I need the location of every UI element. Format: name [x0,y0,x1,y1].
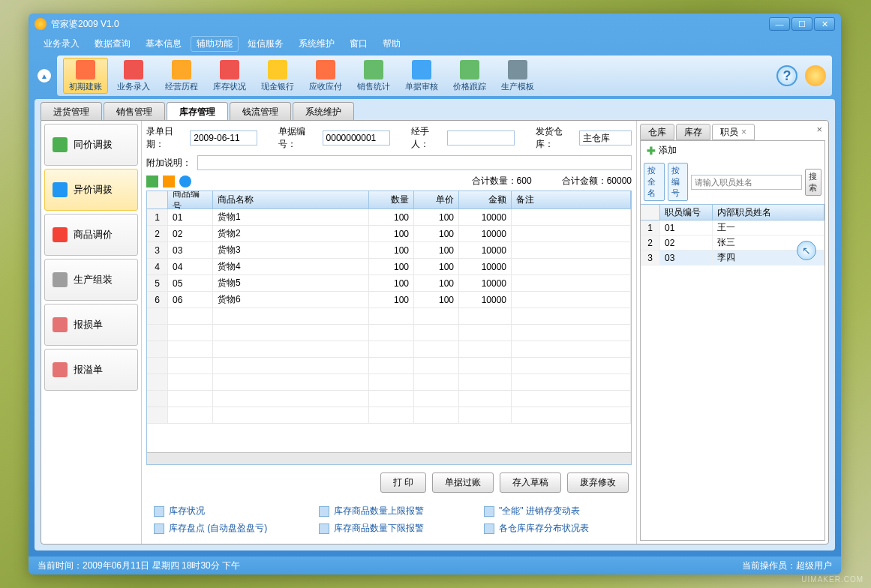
search-go-button[interactable]: 搜索 [805,169,821,196]
staff-grid-body[interactable]: 101王一202张三303李四 [641,220,824,540]
sidebar-item-2[interactable]: 商品调价 [44,214,138,256]
search-by-fullname-button[interactable]: 按全名 [644,163,665,201]
table-row-empty[interactable] [147,308,631,325]
toolbar-button-0[interactable]: 初期建账 [63,58,108,94]
web-icon[interactable] [805,65,826,86]
table-row-empty[interactable] [147,325,631,341]
staff-row[interactable]: 101王一 [641,220,824,236]
report-link-1[interactable]: 库存商品数量上限报警 [319,505,454,518]
table-row-empty[interactable] [147,391,631,407]
sidebar-item-0[interactable]: 同价调拨 [44,124,138,166]
right-tab-1[interactable]: 库存 [676,124,710,140]
menu-item-4[interactable]: 短信服务 [242,36,290,52]
main-tab-2[interactable]: 库存管理 [167,102,228,120]
menu-item-3[interactable]: 辅助功能 [191,36,239,52]
toolbar-button-9[interactable]: 生产模板 [495,58,540,94]
right-tab-0[interactable]: 仓库 [640,124,674,140]
tab-close-icon[interactable]: × [741,127,746,137]
menu-item-5[interactable]: 系统维护 [293,36,341,52]
staff-grid-header-0[interactable] [641,205,660,220]
report-link-3[interactable]: 库存盘点 (自动盘盈盘亏) [154,522,289,535]
toolbar-button-7[interactable]: 单据审核 [399,58,444,94]
toolbar-button-3[interactable]: 库存状况 [207,58,252,94]
goods-picker-icon[interactable] [146,176,158,188]
plus-icon: ✚ [647,145,656,157]
table-row-empty[interactable] [147,358,631,374]
grid-header-0[interactable] [147,191,168,208]
warehouse-picker-icon[interactable] [163,176,175,188]
sidebar-item-5[interactable]: 报溢单 [44,349,138,391]
main-tab-0[interactable]: 进货管理 [41,102,102,120]
grid-header-3[interactable]: 数量 [369,191,414,208]
table-row[interactable]: 303货物310010010000 [147,242,631,259]
toolbar-button-5[interactable]: 应收应付 [303,58,348,94]
sidebar-item-4[interactable]: 报损单 [44,304,138,346]
grid-header-5[interactable]: 金额 [459,191,512,208]
toolbar-button-6[interactable]: 销售统计 [351,58,396,94]
report-link-2[interactable]: "全能" 进销存变动表 [484,505,619,518]
search-by-code-button[interactable]: 按编号 [668,163,689,201]
close-button[interactable]: ✕ [814,17,835,31]
grid-body[interactable]: 101货物110010010000202货物210010010000303货物3… [147,209,631,452]
note-input[interactable] [197,155,632,170]
action-button-0[interactable]: 打 印 [380,472,426,493]
table-row[interactable]: 202货物210010010000 [147,226,631,242]
menu-item-2[interactable]: 基本信息 [140,36,188,52]
add-button[interactable]: ✚ 添加 [641,141,824,160]
table-row-empty[interactable] [147,374,631,391]
menu-item-0[interactable]: 业务录入 [38,36,86,52]
minimize-button[interactable]: — [769,17,790,31]
grid-scrollbar[interactable] [147,452,631,464]
table-row[interactable]: 505货物510010010000 [147,275,631,292]
scroll-up-icon[interactable]: ↖ [797,241,816,260]
table-row[interactable]: 404货物410010010000 [147,259,631,275]
action-button-2[interactable]: 存入草稿 [500,472,561,493]
maximize-button[interactable]: ☐ [791,17,812,31]
toolbar: 初期建账业务录入经营历程库存状况现金银行应收应付销售统计单据审核价格跟踪生产模板… [57,56,832,96]
menu-item-6[interactable]: 窗口 [344,36,374,52]
action-button-1[interactable]: 单据过账 [432,472,494,493]
table-row[interactable]: 606货物610010010000 [147,292,631,308]
main-tab-4[interactable]: 系统维护 [293,102,354,120]
warehouse-input[interactable] [579,130,632,146]
sidebar-item-1[interactable]: 异价调拨 [44,169,138,211]
docno-input[interactable] [323,130,390,146]
handler-input[interactable] [447,130,515,146]
staff-grid-header-2[interactable]: 内部职员姓名 [713,205,824,220]
right-panel: 仓库库存职员 ×× ✚ 添加 按全名 按编号 搜索 职员编号内部职员姓名 101… [636,121,828,544]
date-input[interactable] [190,130,257,146]
person-picker-icon[interactable] [179,176,191,188]
table-row-empty[interactable] [147,407,631,424]
toolbar-button-1[interactable]: 业务录入 [111,58,156,94]
docno-label: 单据编号： [278,125,316,151]
table-row[interactable]: 101货物110010010000 [147,209,631,226]
staff-search-input[interactable] [691,175,802,190]
grid-header-1[interactable]: 商品编号 [168,191,213,208]
toolbar-collapse-button[interactable]: ▲ [38,69,51,82]
toolbar-icon [268,60,287,80]
titlebar[interactable]: 管家婆2009 V1.0 — ☐ ✕ [29,14,841,34]
toolbar-button-2[interactable]: 经营历程 [159,58,204,94]
table-row-empty[interactable] [147,341,631,358]
right-tab-2[interactable]: 职员 × [712,124,755,140]
toolbar-button-8[interactable]: 价格跟踪 [447,58,492,94]
main-tab-3[interactable]: 钱流管理 [230,102,291,120]
toolbar-button-4[interactable]: 现金银行 [255,58,300,94]
right-panel-close-icon[interactable]: × [813,124,825,140]
report-link-5[interactable]: 各仓库库存分布状况表 [484,522,619,535]
menu-item-1[interactable]: 数据查询 [89,36,137,52]
grid-header-6[interactable]: 备注 [512,191,631,208]
grid-header-2[interactable]: 商品名称 [213,191,369,208]
main-tab-1[interactable]: 销售管理 [104,102,165,120]
report-link-4[interactable]: 库存商品数量下限报警 [319,522,454,535]
help-icon[interactable]: ? [776,65,797,86]
grid-header-4[interactable]: 单价 [414,191,459,208]
action-button-3[interactable]: 废弃修改 [567,472,629,493]
report-icon [319,524,329,534]
staff-grid-header-1[interactable]: 职员编号 [660,205,713,220]
sidebar-item-3[interactable]: 生产组装 [44,259,138,301]
report-link-0[interactable]: 库存状况 [154,505,289,518]
menu-item-7[interactable]: 帮助 [377,36,407,52]
summary-amt-label: 合计金额： [562,176,607,186]
window-title: 管家婆2009 V1.0 [51,18,769,31]
